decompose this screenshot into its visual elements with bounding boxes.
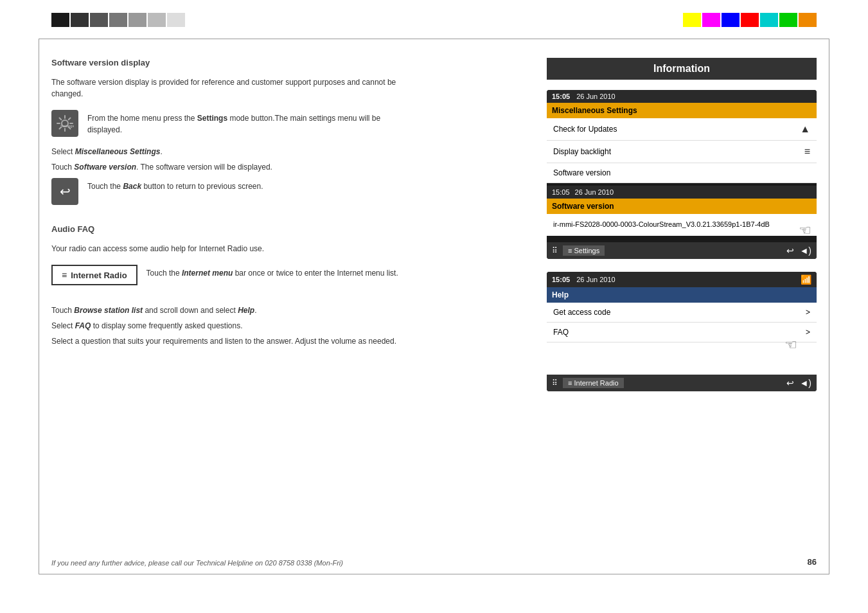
back-icon: ↩ [51,178,78,205]
scroll-up-icon: ▲ [800,123,810,135]
settings-menu-label[interactable]: ≡ Settings [563,245,605,256]
popup-time: 15:05 [552,188,570,196]
internet-radio-label: Internet Radio [71,271,127,280]
swatch-2 [71,13,89,27]
menu-item-display-backlight[interactable]: Display backlight ≡ [547,141,817,163]
swatch-r6 [779,13,797,27]
help-item-label: Get access code [553,308,610,317]
device-screen-2: 15:05 26 Jun 2010 📶 Help Get access code… [547,272,817,391]
screen2-header: 15:05 26 Jun 2010 📶 [547,272,817,287]
swatch-r1 [683,13,701,27]
scroll-bar-icon: ≡ [804,146,810,157]
screen2-time: 15:05 [552,276,570,283]
page-content: Software version display The software ve… [0,0,868,613]
section-software-version: Software version display The software ve… [51,58,405,205]
swatch-r7 [799,13,817,27]
section-text-faq: Your radio can access some audio help fo… [51,243,405,254]
menu-item-check-updates[interactable]: Check for Updates ▲ [547,118,817,141]
popup-date: 26 Jun 2010 [575,188,614,196]
menu-item-label: Check for Updates [553,125,617,134]
swatch-6 [148,13,166,27]
menu-item-label: Display backlight [553,147,611,156]
settings-icon: Settings [51,110,78,137]
internet-radio-button[interactable]: ≡ Internet Radio [51,265,137,285]
swatch-4 [109,13,127,27]
grid-icon-2: ⠿ [552,378,558,387]
swatch-1 [51,13,69,27]
screen1-title: Miscellaneous Settings [547,103,817,118]
menu-item-software-version[interactable]: Software version [547,163,817,183]
tap-cursor-1: ☞ [799,219,811,242]
instruction-text-internet: Touch the Internet menu bar once or twic… [146,265,398,279]
screen1-date: 26 Jun 2010 [576,93,616,100]
tap-cursor-2: ☞ [784,337,797,353]
grid-icon: ⠿ [552,246,558,255]
section-title-faq: Audio FAQ [51,224,405,234]
help-item-access-code[interactable]: Get access code > [547,303,817,323]
volume-icon-2[interactable]: ◄) [799,378,811,388]
wifi-icon: 📶 [801,274,811,285]
back-bottom-icon-2[interactable]: ↩ [786,378,794,388]
screen2-spacer [547,342,817,375]
back-bottom-icon[interactable]: ↩ [786,245,794,256]
menu-settings-text: ≡ Settings [568,247,599,254]
section-audio-faq: Audio FAQ Your radio can access some aud… [51,224,405,346]
select-question-line: Select a question that suits your requir… [51,337,405,346]
color-bar-right [683,13,817,27]
arrow-access-code: > [806,308,810,317]
instruction-internet-radio: ≡ Internet Radio Touch the Internet menu… [51,265,405,296]
instruction-back: ↩ Touch the Back button to return to pre… [51,178,405,205]
swatch-7 [167,13,185,27]
screen2-date: 26 Jun 2010 [576,276,616,283]
color-bar-left [51,13,185,27]
select-misc-line: Select Miscellaneous Settings. [51,147,405,156]
swatch-5 [128,13,146,27]
menu-icon: ≡ [62,270,67,280]
left-column: Software version display The software ve… [51,58,405,352]
swatch-r3 [722,13,740,27]
section-text-software: The software version display is provided… [51,76,405,100]
right-column: Information 15:05 26 Jun 2010 Miscellane… [547,58,817,404]
swatch-r5 [760,13,778,27]
popup-title: Software version [552,202,614,211]
screen2-title: Help [547,287,817,303]
menu-internet-text: ≡ Internet Radio [568,379,619,387]
internet-radio-menu-label[interactable]: ≡ Internet Radio [563,378,624,388]
help-item-faq-label: FAQ [553,328,569,337]
page-number: 86 [808,557,817,567]
arrow-faq: > [806,328,810,337]
popup-content: ir-mmi-FS2028-0000-0003-ColourStream_V3.… [553,220,770,228]
instruction-settings: Settings From the home menu press the Se… [51,110,405,137]
instruction-text-back: Touch the Back button to return to previ… [87,178,263,192]
screen1-header: 15:05 26 Jun 2010 [547,90,817,103]
swatch-r4 [741,13,759,27]
svg-text:Settings: Settings [60,124,74,128]
swatch-3 [90,13,108,27]
select-faq-line: Select FAQ to display some frequently as… [51,321,405,330]
menu-item-label: Software version [553,168,610,177]
swatch-r2 [702,13,720,27]
screen1-bottom-bar: ⠿ ≡ Settings ↩ ◄) [547,242,817,259]
touch-browse-line: Touch Browse station list and scroll dow… [51,306,405,315]
instruction-text-settings: From the home menu press the Settings mo… [87,110,405,136]
screen2-bottom-bar: ⠿ ≡ Internet Radio ↩ ◄) [547,375,817,391]
touch-sw-line: Touch Software version. The software ver… [51,163,405,172]
section-title-software: Software version display [51,58,405,67]
screen1-time: 15:05 [552,93,570,100]
help-item-faq[interactable]: FAQ > ☞ [547,323,817,342]
info-header: Information [547,58,817,80]
screens-container: 15:05 26 Jun 2010 Miscellaneous Settings… [547,90,817,391]
volume-icon[interactable]: ◄) [799,245,811,256]
footer-text: If you need any further advice, please c… [51,559,343,567]
device-screen-1: 15:05 26 Jun 2010 Miscellaneous Settings… [547,90,817,259]
